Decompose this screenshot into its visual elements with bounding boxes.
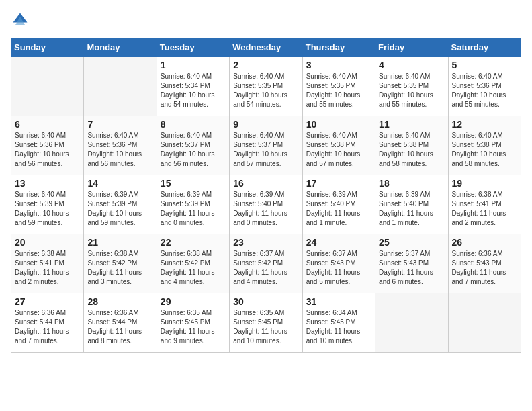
weekday-header-tuesday: Tuesday: [157, 38, 229, 57]
day-info: Sunrise: 6:40 AMSunset: 5:37 PMDaylight:…: [233, 131, 298, 169]
day-info: Sunrise: 6:40 AMSunset: 5:39 PMDaylight:…: [15, 190, 80, 228]
calendar-cell: 8Sunrise: 6:40 AMSunset: 5:37 PMDaylight…: [157, 116, 229, 175]
calendar-table: SundayMondayTuesdayWednesdayThursdayFrid…: [11, 38, 521, 353]
day-number: 7: [87, 119, 152, 130]
day-number: 6: [15, 119, 80, 130]
day-info: Sunrise: 6:38 AMSunset: 5:42 PMDaylight:…: [161, 249, 226, 287]
day-number: 31: [306, 296, 371, 307]
calendar-cell: 17Sunrise: 6:39 AMSunset: 5:40 PMDayligh…: [302, 175, 375, 234]
calendar-cell: 1Sunrise: 6:40 AMSunset: 5:34 PMDaylight…: [157, 57, 229, 116]
weekday-header-sunday: Sunday: [11, 38, 84, 57]
calendar-cell: 6Sunrise: 6:40 AMSunset: 5:36 PMDaylight…: [11, 116, 84, 175]
calendar-cell: 18Sunrise: 6:39 AMSunset: 5:40 PMDayligh…: [375, 175, 448, 234]
day-number: 24: [306, 237, 371, 248]
day-number: 8: [161, 119, 226, 130]
day-info: Sunrise: 6:36 AMSunset: 5:44 PMDaylight:…: [15, 308, 80, 346]
day-number: 2: [233, 60, 298, 71]
day-info: Sunrise: 6:39 AMSunset: 5:40 PMDaylight:…: [306, 190, 371, 228]
day-info: Sunrise: 6:39 AMSunset: 5:39 PMDaylight:…: [87, 190, 152, 228]
calendar-cell: 22Sunrise: 6:38 AMSunset: 5:42 PMDayligh…: [157, 234, 229, 293]
day-number: 30: [233, 296, 298, 307]
day-number: 26: [452, 237, 517, 248]
day-number: 5: [452, 60, 517, 71]
day-number: 28: [87, 296, 152, 307]
calendar-header: SundayMondayTuesdayWednesdayThursdayFrid…: [11, 38, 521, 57]
calendar-cell: 10Sunrise: 6:40 AMSunset: 5:38 PMDayligh…: [302, 116, 375, 175]
day-number: 22: [161, 237, 226, 248]
weekday-header-saturday: Saturday: [448, 38, 521, 57]
day-number: 4: [379, 60, 444, 71]
calendar-cell: 4Sunrise: 6:40 AMSunset: 5:35 PMDaylight…: [375, 57, 448, 116]
calendar-cell: [448, 293, 521, 353]
day-info: Sunrise: 6:40 AMSunset: 5:36 PMDaylight:…: [87, 131, 152, 169]
day-number: 15: [161, 178, 226, 189]
day-number: 17: [306, 178, 371, 189]
day-info: Sunrise: 6:38 AMSunset: 5:41 PMDaylight:…: [452, 190, 517, 228]
day-info: Sunrise: 6:36 AMSunset: 5:44 PMDaylight:…: [87, 308, 152, 346]
calendar-cell: 27Sunrise: 6:36 AMSunset: 5:44 PMDayligh…: [11, 293, 84, 353]
day-number: 13: [15, 178, 80, 189]
calendar-cell: [11, 57, 84, 116]
calendar-cell: 9Sunrise: 6:40 AMSunset: 5:37 PMDaylight…: [230, 116, 302, 175]
weekday-header-wednesday: Wednesday: [230, 38, 302, 57]
day-info: Sunrise: 6:40 AMSunset: 5:34 PMDaylight:…: [161, 72, 226, 109]
day-number: 3: [306, 60, 371, 71]
calendar-cell: [375, 293, 448, 353]
weekday-header-friday: Friday: [375, 38, 448, 57]
calendar-cell: 20Sunrise: 6:38 AMSunset: 5:41 PMDayligh…: [11, 234, 84, 293]
day-info: Sunrise: 6:40 AMSunset: 5:35 PMDaylight:…: [233, 72, 298, 109]
day-number: 1: [161, 60, 226, 71]
day-info: Sunrise: 6:34 AMSunset: 5:45 PMDaylight:…: [306, 308, 371, 346]
calendar-cell: 23Sunrise: 6:37 AMSunset: 5:42 PMDayligh…: [230, 234, 302, 293]
day-info: Sunrise: 6:37 AMSunset: 5:42 PMDaylight:…: [233, 249, 298, 287]
day-number: 27: [15, 296, 80, 307]
calendar-cell: 15Sunrise: 6:39 AMSunset: 5:39 PMDayligh…: [157, 175, 229, 234]
logo: [11, 11, 32, 30]
day-number: 19: [452, 178, 517, 189]
day-info: Sunrise: 6:40 AMSunset: 5:35 PMDaylight:…: [379, 72, 444, 109]
calendar-cell: 29Sunrise: 6:35 AMSunset: 5:45 PMDayligh…: [157, 293, 229, 353]
weekday-header-monday: Monday: [84, 38, 157, 57]
calendar-cell: 31Sunrise: 6:34 AMSunset: 5:45 PMDayligh…: [302, 293, 375, 353]
day-info: Sunrise: 6:39 AMSunset: 5:39 PMDaylight:…: [161, 190, 226, 228]
day-number: 12: [452, 119, 517, 130]
page-header: [11, 11, 521, 30]
day-number: 29: [161, 296, 226, 307]
day-info: Sunrise: 6:36 AMSunset: 5:43 PMDaylight:…: [452, 249, 517, 287]
day-info: Sunrise: 6:37 AMSunset: 5:43 PMDaylight:…: [379, 249, 444, 287]
calendar-cell: 21Sunrise: 6:38 AMSunset: 5:42 PMDayligh…: [84, 234, 157, 293]
day-info: Sunrise: 6:37 AMSunset: 5:43 PMDaylight:…: [306, 249, 371, 287]
day-number: 9: [233, 119, 298, 130]
calendar-cell: 13Sunrise: 6:40 AMSunset: 5:39 PMDayligh…: [11, 175, 84, 234]
day-info: Sunrise: 6:40 AMSunset: 5:35 PMDaylight:…: [306, 72, 371, 109]
day-number: 10: [306, 119, 371, 130]
calendar-cell: 16Sunrise: 6:39 AMSunset: 5:40 PMDayligh…: [230, 175, 302, 234]
day-info: Sunrise: 6:40 AMSunset: 5:38 PMDaylight:…: [379, 131, 444, 169]
calendar-cell: 30Sunrise: 6:35 AMSunset: 5:45 PMDayligh…: [230, 293, 302, 353]
day-info: Sunrise: 6:40 AMSunset: 5:38 PMDaylight:…: [452, 131, 517, 169]
day-info: Sunrise: 6:39 AMSunset: 5:40 PMDaylight:…: [379, 190, 444, 228]
calendar-cell: 7Sunrise: 6:40 AMSunset: 5:36 PMDaylight…: [84, 116, 157, 175]
calendar-cell: [84, 57, 157, 116]
calendar-cell: 2Sunrise: 6:40 AMSunset: 5:35 PMDaylight…: [230, 57, 302, 116]
day-info: Sunrise: 6:38 AMSunset: 5:42 PMDaylight:…: [87, 249, 152, 287]
day-info: Sunrise: 6:35 AMSunset: 5:45 PMDaylight:…: [233, 308, 298, 346]
day-number: 16: [233, 178, 298, 189]
day-number: 11: [379, 119, 444, 130]
calendar-cell: 5Sunrise: 6:40 AMSunset: 5:36 PMDaylight…: [448, 57, 521, 116]
day-number: 18: [379, 178, 444, 189]
day-info: Sunrise: 6:39 AMSunset: 5:40 PMDaylight:…: [233, 190, 298, 228]
calendar-cell: 25Sunrise: 6:37 AMSunset: 5:43 PMDayligh…: [375, 234, 448, 293]
calendar-cell: 28Sunrise: 6:36 AMSunset: 5:44 PMDayligh…: [84, 293, 157, 353]
day-number: 14: [87, 178, 152, 189]
day-info: Sunrise: 6:38 AMSunset: 5:41 PMDaylight:…: [15, 249, 80, 287]
day-info: Sunrise: 6:40 AMSunset: 5:37 PMDaylight:…: [161, 131, 226, 169]
day-number: 25: [379, 237, 444, 248]
calendar-cell: 14Sunrise: 6:39 AMSunset: 5:39 PMDayligh…: [84, 175, 157, 234]
day-info: Sunrise: 6:40 AMSunset: 5:36 PMDaylight:…: [452, 72, 517, 109]
day-info: Sunrise: 6:40 AMSunset: 5:36 PMDaylight:…: [15, 131, 80, 169]
day-number: 20: [15, 237, 80, 248]
calendar-cell: 26Sunrise: 6:36 AMSunset: 5:43 PMDayligh…: [448, 234, 521, 293]
logo-icon: [11, 11, 30, 30]
weekday-header-thursday: Thursday: [302, 38, 375, 57]
